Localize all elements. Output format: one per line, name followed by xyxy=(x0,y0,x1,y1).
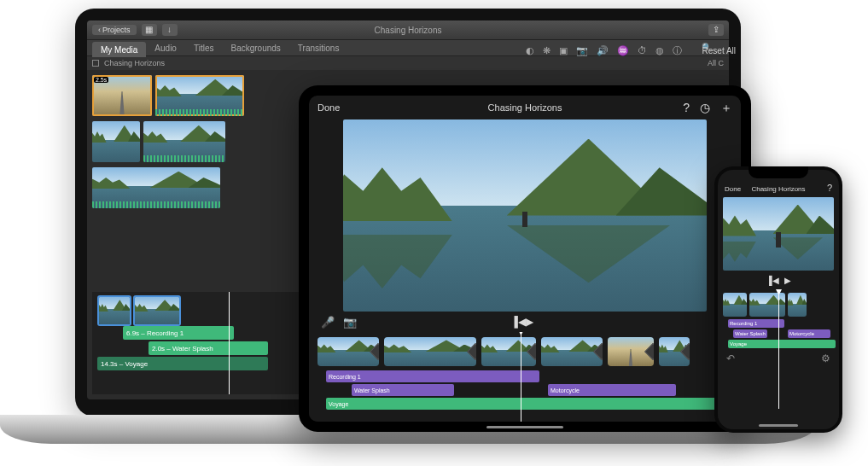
share-button[interactable]: ⇪ xyxy=(708,24,724,36)
media-clip[interactable]: 2.5s xyxy=(92,75,152,116)
audio-clip[interactable]: Voyage xyxy=(728,340,836,348)
effects-icon[interactable]: ◍ xyxy=(655,46,664,55)
ipad-viewer[interactable] xyxy=(343,119,707,312)
undo-icon[interactable]: ↶ xyxy=(726,353,735,364)
camera-icon[interactable]: 📷 xyxy=(576,46,588,55)
playhead[interactable] xyxy=(778,289,779,409)
playhead[interactable] xyxy=(229,292,230,394)
plus-icon[interactable]: ＋ xyxy=(720,102,732,114)
favorite-toggle[interactable] xyxy=(92,60,99,67)
clip-waveform xyxy=(92,201,220,208)
back-icon: ‹ xyxy=(98,26,101,34)
audio-clip[interactable]: Recording 1 xyxy=(326,370,539,382)
help-icon[interactable]: ? xyxy=(827,183,832,193)
ipad-titlebar: Done Chasing Horizons ?◷＋ xyxy=(309,96,741,119)
timeline-clip[interactable] xyxy=(97,295,131,326)
timeline-clip[interactable] xyxy=(608,337,654,366)
ipad-device: Done Chasing Horizons ?◷＋ 🎤📷 ▐◀▶ Recordi… xyxy=(299,85,751,432)
iphone-device: Done Chasing Horizons ? ▐◀▶ Recording 1W… xyxy=(714,166,842,433)
audio-clip[interactable]: 14.3s – Voyage xyxy=(97,357,268,370)
help-icon[interactable]: ? xyxy=(683,102,690,114)
timeline-clip[interactable] xyxy=(788,293,807,317)
settings-icon[interactable]: ⚙ xyxy=(821,353,830,364)
timeline-clip[interactable] xyxy=(481,337,536,366)
media-clip[interactable] xyxy=(92,121,140,162)
timer-icon[interactable]: ◷ xyxy=(700,102,710,114)
balance-icon[interactable]: ◐ xyxy=(526,46,534,55)
prev-icon[interactable]: ▐◀ xyxy=(766,277,778,285)
eq-icon[interactable]: ♒ xyxy=(617,46,629,55)
library-subbar: Chasing Horizons All C xyxy=(87,56,729,70)
mic-icon[interactable]: 🎤 xyxy=(321,317,335,328)
tab-my media[interactable]: My Media xyxy=(92,42,146,57)
audio-clip[interactable]: Water Splash xyxy=(352,384,454,396)
import-button[interactable]: ↓ xyxy=(162,24,178,36)
imovie-ipad-window: Done Chasing Horizons ?◷＋ 🎤📷 ▐◀▶ Recordi… xyxy=(309,96,741,422)
volume-icon[interactable]: 🔊 xyxy=(597,46,609,55)
import-icon: ↓ xyxy=(167,26,172,34)
timeline-clip[interactable] xyxy=(317,337,379,366)
tab-backgrounds[interactable]: Backgrounds xyxy=(222,40,288,55)
info-icon[interactable]: ⓘ xyxy=(673,46,682,55)
timeline-clip[interactable] xyxy=(541,337,603,366)
media-clip[interactable] xyxy=(92,167,220,208)
timeline-clip[interactable] xyxy=(723,293,747,317)
imovie-iphone-window: Done Chasing Horizons ? ▐◀▶ Recording 1W… xyxy=(718,170,839,429)
clip-filter-dropdown[interactable]: All C xyxy=(708,59,724,67)
timeline-clip[interactable] xyxy=(133,295,181,326)
clip-waveform xyxy=(143,155,225,162)
audio-clip[interactable]: Motorcycle xyxy=(548,384,676,396)
iphone-playbar: ▐◀▶ xyxy=(718,272,839,289)
iphone-timeline[interactable]: Recording 1Water SplashMotorcycleVoyage … xyxy=(718,289,839,429)
color-icon[interactable]: ❋ xyxy=(543,46,551,55)
clip-waveform xyxy=(155,109,244,116)
media-clip[interactable] xyxy=(143,121,225,162)
timeline-clip[interactable] xyxy=(659,337,690,366)
camera-icon[interactable]: 📷 xyxy=(343,317,357,328)
share-icon: ⇪ xyxy=(713,26,719,34)
iphone-title: Chasing Horizons xyxy=(751,185,805,193)
timeline-clip[interactable] xyxy=(384,337,476,366)
ipad-timeline[interactable]: Recording 1Water SplashMotorcycleVoyage xyxy=(309,332,741,422)
audio-clip[interactable]: 6.9s – Recording 1 xyxy=(123,326,234,340)
done-button[interactable]: Done xyxy=(317,102,340,113)
audio-clip[interactable]: 2.0s – Water Splash xyxy=(149,341,268,355)
speed-icon[interactable]: ⏱ xyxy=(638,46,647,55)
crop-icon[interactable]: ▣ xyxy=(559,46,568,55)
tab-transitions[interactable]: Transitions xyxy=(289,40,348,55)
playhead[interactable] xyxy=(521,332,521,422)
tab-audio[interactable]: Audio xyxy=(146,40,185,55)
media-clip[interactable] xyxy=(155,75,244,116)
tab-titles[interactable]: Titles xyxy=(185,40,223,55)
person-in-frame xyxy=(522,212,527,227)
selection-marquee xyxy=(92,75,152,116)
projects-back-button[interactable]: ‹ Projects xyxy=(92,25,137,35)
timeline-clip[interactable] xyxy=(749,293,785,317)
adjustments-toolbar: ◐❋▣📷🔊♒⏱◍ⓘReset All xyxy=(526,46,729,55)
layout-button[interactable]: ▦ xyxy=(142,24,157,36)
done-button[interactable]: Done xyxy=(725,185,741,193)
play-icon[interactable]: ▶ xyxy=(784,277,791,285)
projects-back-label: Projects xyxy=(102,26,131,34)
reset-all-button[interactable]: Reset All xyxy=(702,46,729,55)
layout-icon: ▦ xyxy=(145,26,153,34)
prev-icon[interactable]: ▐◀ xyxy=(511,317,527,327)
play-icon[interactable]: ▶ xyxy=(526,317,533,327)
phone-notch xyxy=(749,166,808,178)
iphone-viewer[interactable] xyxy=(723,197,834,271)
library-name: Chasing Horizons xyxy=(104,59,165,67)
window-title: Chasing Horizons xyxy=(375,26,442,35)
window-titlebar: ‹ Projects ▦ ↓ Chasing Horizons ⇪ xyxy=(87,20,729,39)
ipad-title: Chasing Horizons xyxy=(488,102,562,113)
audio-clip[interactable]: Voyage xyxy=(326,398,736,410)
ipad-playbar: 🎤📷 ▐◀▶ xyxy=(309,312,741,332)
home-indicator[interactable] xyxy=(759,424,798,427)
